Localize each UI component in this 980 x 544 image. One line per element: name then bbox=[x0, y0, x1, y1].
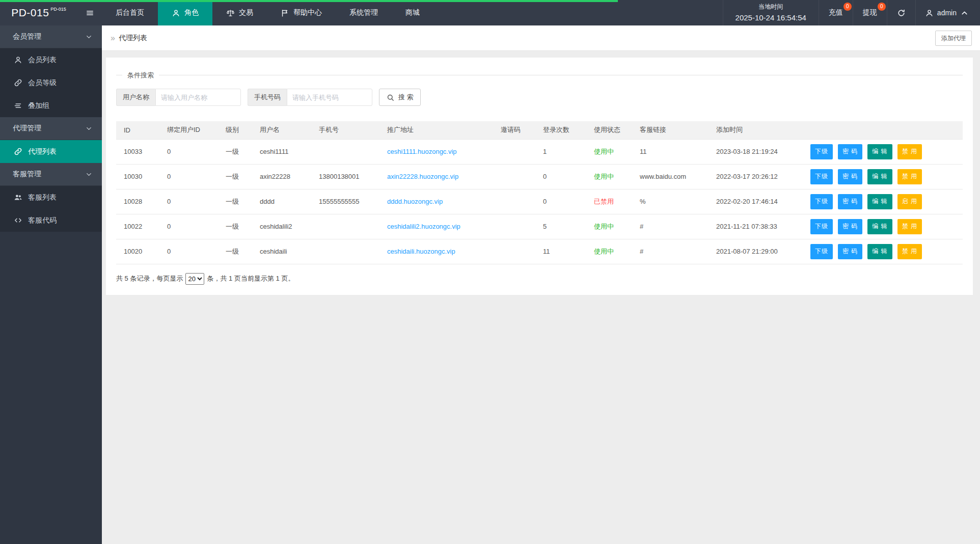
column-header-username: 用户名 bbox=[252, 121, 311, 139]
cell-bind_id: 0 bbox=[159, 139, 218, 164]
search-fieldset: 条件搜索 bbox=[116, 75, 963, 75]
cell-bind_id: 0 bbox=[159, 214, 218, 239]
page-title: 代理列表 bbox=[119, 34, 147, 43]
phone-input[interactable] bbox=[287, 89, 372, 106]
page-size-select[interactable]: 20 bbox=[185, 273, 204, 285]
edit-button[interactable]: 编 辑 bbox=[867, 169, 892, 184]
column-header-actions bbox=[803, 121, 963, 139]
nav-item-home[interactable]: 后台首页 bbox=[102, 0, 158, 25]
promo-link[interactable]: ceshi1111.huozongc.vip bbox=[387, 148, 457, 155]
users-icon bbox=[14, 193, 22, 202]
sidebar-item-service-code[interactable]: 客服代码 bbox=[0, 209, 102, 232]
promo-link[interactable]: dddd.huozongc.vip bbox=[387, 198, 443, 205]
nav-item-role[interactable]: 角色 bbox=[158, 0, 212, 25]
user-menu[interactable]: admin bbox=[915, 0, 980, 25]
promo-link[interactable]: axin22228.huozongc.vip bbox=[387, 173, 458, 180]
phone-label: 手机号码 bbox=[248, 89, 287, 106]
nav-item-help[interactable]: 帮助中心 bbox=[267, 0, 336, 25]
password-button[interactable]: 密 码 bbox=[838, 144, 862, 159]
sub-level-button[interactable]: 下级 bbox=[810, 144, 833, 159]
password-button[interactable]: 密 码 bbox=[838, 194, 862, 209]
sidebar-item-service-manage[interactable]: 客服管理 bbox=[0, 163, 102, 186]
nav-item-mall[interactable]: 商城 bbox=[392, 0, 433, 25]
sidebar-item-stack-group[interactable]: 叠加组 bbox=[0, 94, 102, 117]
edit-button[interactable]: 编 辑 bbox=[867, 244, 892, 259]
disable-button[interactable]: 禁 用 bbox=[897, 144, 922, 159]
cell-actions: 下级密 码编 辑禁 用 bbox=[803, 214, 963, 239]
cell-login_count: 1 bbox=[535, 139, 586, 164]
cell-service_link: # bbox=[632, 239, 709, 264]
add-agent-button[interactable]: 添加代理 bbox=[935, 31, 972, 46]
recharge-button[interactable]: 充值 0 bbox=[819, 0, 853, 25]
search-button[interactable]: 搜 索 bbox=[379, 89, 421, 106]
cell-username: dddd bbox=[252, 189, 311, 214]
disable-button[interactable]: 禁 用 bbox=[897, 219, 922, 234]
promo-link[interactable]: ceshidalili2.huozongc.vip bbox=[387, 223, 460, 230]
sidebar-item-member-list[interactable]: 会员列表 bbox=[0, 48, 102, 71]
edit-button[interactable]: 编 辑 bbox=[867, 194, 892, 209]
status-text: 已禁用 bbox=[594, 198, 614, 205]
status-text: 使用中 bbox=[594, 173, 614, 180]
password-button[interactable]: 密 码 bbox=[838, 169, 862, 184]
code-icon bbox=[14, 216, 22, 225]
column-header-service_link: 客服链接 bbox=[632, 121, 709, 139]
sub-level-button[interactable]: 下级 bbox=[810, 169, 833, 184]
recharge-badge: 0 bbox=[843, 3, 852, 11]
password-button[interactable]: 密 码 bbox=[838, 219, 862, 234]
username-input[interactable] bbox=[155, 89, 241, 106]
cell-login_count: 0 bbox=[535, 164, 586, 189]
phone-input-group: 手机号码 bbox=[248, 89, 372, 106]
search-legend: 条件搜索 bbox=[122, 71, 159, 80]
sidebar-item-label: 会员管理 bbox=[13, 32, 41, 41]
flag-icon bbox=[281, 9, 289, 17]
sidebar-item-label: 客服列表 bbox=[28, 193, 57, 202]
cell-actions: 下级密 码编 辑禁 用 bbox=[803, 139, 963, 164]
cell-created_at: 2021-08-07 21:29:00 bbox=[709, 239, 803, 264]
table-header-row: ID绑定用户ID级别用户名手机号推广地址邀请码登录次数使用状态客服链接添加时间 bbox=[116, 121, 963, 139]
sidebar-item-agent-list[interactable]: 代理列表 bbox=[0, 140, 102, 163]
cell-phone: 13800138001 bbox=[311, 164, 379, 189]
sub-level-button[interactable]: 下级 bbox=[810, 194, 833, 209]
loading-progress-bar bbox=[0, 0, 618, 2]
withdraw-button[interactable]: 提现 0 bbox=[853, 0, 887, 25]
sidebar-item-service-list[interactable]: 客服列表 bbox=[0, 186, 102, 209]
username-input-group: 用户名称 bbox=[116, 89, 241, 106]
edit-button[interactable]: 编 辑 bbox=[867, 144, 892, 159]
hamburger-icon bbox=[86, 9, 94, 17]
column-header-id: ID bbox=[116, 121, 159, 139]
disable-button[interactable]: 禁 用 bbox=[897, 169, 922, 184]
refresh-button[interactable] bbox=[887, 0, 915, 25]
promo-link[interactable]: ceshidaili.huozongc.vip bbox=[387, 248, 455, 255]
sidebar-item-member-manage[interactable]: 会员管理 bbox=[0, 25, 102, 48]
sidebar-item-agent-manage[interactable]: 代理管理 bbox=[0, 117, 102, 140]
enable-button[interactable]: 启 用 bbox=[897, 194, 922, 209]
disable-button[interactable]: 禁 用 bbox=[897, 244, 922, 259]
cell-created_at: 2022-03-17 20:26:12 bbox=[709, 164, 803, 189]
scales-icon bbox=[226, 9, 235, 17]
pagination-text-before: 共 5 条记录，每页显示 bbox=[116, 274, 183, 283]
cell-status: 使用中 bbox=[586, 214, 632, 239]
password-button[interactable]: 密 码 bbox=[838, 244, 862, 259]
cell-promo_url: ceshidaili.huozongc.vip bbox=[379, 239, 493, 264]
sidebar-toggle-button[interactable] bbox=[77, 0, 102, 25]
chevron-down-icon bbox=[85, 125, 93, 132]
sub-level-button[interactable]: 下级 bbox=[810, 219, 833, 234]
sidebar-item-label: 客服代码 bbox=[28, 216, 57, 225]
cell-phone bbox=[311, 239, 379, 264]
user-name: admin bbox=[937, 9, 957, 17]
nav-item-system[interactable]: 系统管理 bbox=[336, 0, 392, 25]
agent-list-card: 条件搜索 用户名称 手机号码 搜 索 ID绑定 bbox=[106, 58, 973, 295]
column-header-phone: 手机号 bbox=[311, 121, 379, 139]
nav-item-trade[interactable]: 交易 bbox=[212, 0, 267, 25]
local-time-label: 当地时间 bbox=[736, 2, 806, 12]
edit-button[interactable]: 编 辑 bbox=[867, 219, 892, 234]
nav-item-label: 商城 bbox=[405, 8, 420, 17]
cell-service_link: # bbox=[632, 214, 709, 239]
sidebar-item-label: 客服管理 bbox=[13, 170, 41, 179]
sidebar-item-member-level[interactable]: 会员等级 bbox=[0, 71, 102, 94]
cell-phone bbox=[311, 139, 379, 164]
cell-level: 一级 bbox=[218, 164, 252, 189]
cell-level: 一级 bbox=[218, 139, 252, 164]
sub-level-button[interactable]: 下级 bbox=[810, 244, 833, 259]
table-body: 100330一级ceshi1111ceshi1111.huozongc.vip1… bbox=[116, 139, 963, 264]
